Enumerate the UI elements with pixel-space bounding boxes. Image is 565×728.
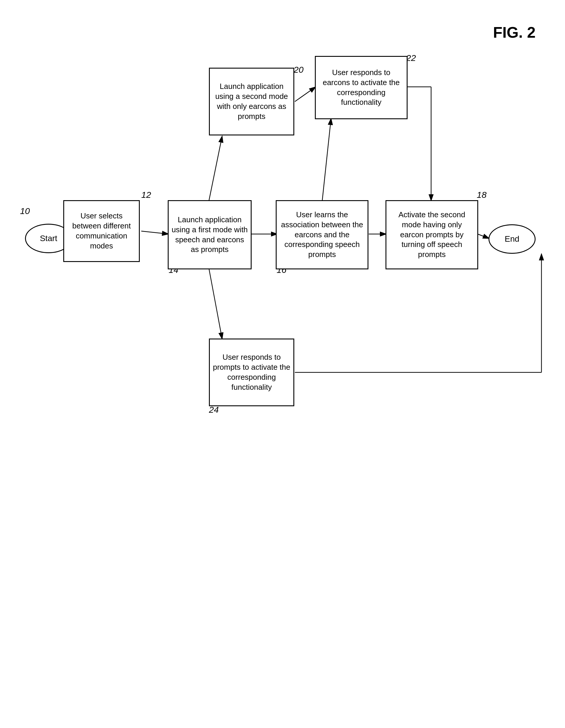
label-20: 20 [294,65,303,75]
label-22: 22 [406,53,416,63]
label-10: 10 [20,206,30,216]
node-12-label: User selects between different communica… [67,211,136,251]
diagram-container: FIG. 2 [0,0,565,728]
label-12: 12 [141,190,151,200]
node-18-label: Activate the second mode having only ear… [389,210,474,260]
node-12: User selects between different communica… [63,200,140,262]
node-16-label: User learns the association between the … [280,210,364,260]
node-18: Activate the second mode having only ear… [385,200,478,269]
node-14-label: Launch application using a first mode wi… [172,215,248,255]
svg-line-10 [322,118,331,201]
end-label: End [505,234,519,244]
figure-label: FIG. 2 [493,24,536,41]
node-20-label: Launch application using a second mode w… [213,82,290,121]
node-22: User responds to earcons to activate the… [315,56,407,119]
node-22-label: User responds to earcons to activate the… [319,68,404,107]
start-label: Start [40,234,57,243]
label-24: 24 [209,405,219,415]
svg-line-5 [478,234,489,238]
svg-line-11 [209,268,222,339]
node-14: Launch application using a first mode wi… [168,200,252,269]
svg-line-6 [209,136,222,201]
node-24: User responds to prompts to activate the… [209,339,294,406]
svg-line-2 [141,231,169,234]
node-20: Launch application using a second mode w… [209,68,294,135]
node-24-label: User responds to prompts to activate the… [213,352,290,392]
svg-line-7 [295,87,316,102]
node-16: User learns the association between the … [276,200,368,269]
label-18: 18 [477,190,486,200]
node-end: End [488,224,536,254]
